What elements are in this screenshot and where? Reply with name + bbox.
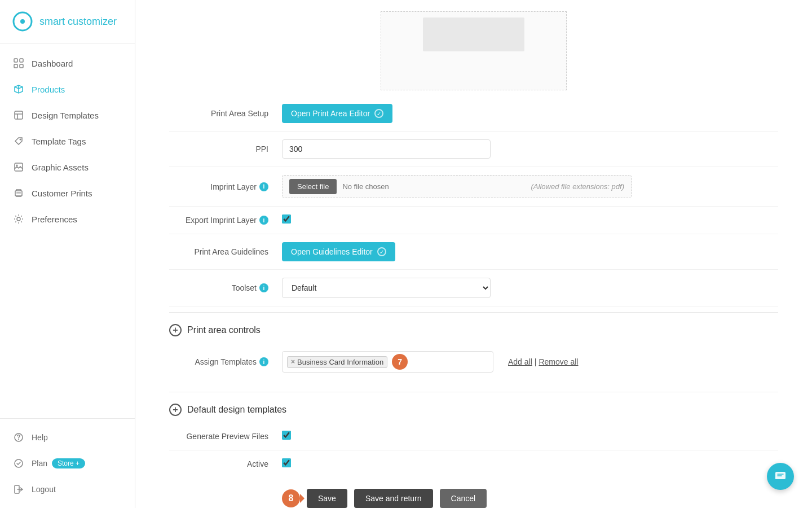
sidebar-item-products[interactable]: Products [0,76,135,102]
sidebar-item-design-templates[interactable]: Design Templates [0,102,135,128]
ppi-label: PPI [169,144,282,154]
generate-preview-label: Generate Preview Files [169,432,282,441]
assign-templates-row: Assign Templates i × Business Card Infor… [169,343,778,380]
cancel-button[interactable]: Cancel [440,489,487,508]
assign-templates-label: Assign Templates i [169,357,282,366]
toolset-field: Default Advanced Basic [282,278,778,298]
graphic-assets-icon [12,161,25,173]
svg-rect-2 [14,59,17,62]
save-button[interactable]: Save [307,489,347,508]
products-icon [12,83,25,95]
sidebar-item-label-help: Help [32,433,48,442]
svg-point-1 [20,19,25,24]
design-templates-icon [12,109,25,121]
generate-preview-checkbox[interactable] [282,431,291,440]
sidebar-logo: smart customizer [0,0,135,43]
imprint-layer-field: Select file No file chosen (Allowed file… [282,175,778,198]
sidebar-item-help[interactable]: Help [0,424,135,450]
generate-preview-row: Generate Preview Files [169,423,778,450]
main-content: Print Area Setup Open Print Area Editor … [135,0,812,508]
sidebar-item-plan[interactable]: Plan Store + [0,450,135,476]
open-guidelines-editor-button[interactable]: Open Guidelines Editor ✓ [282,242,395,261]
sidebar-item-dashboard[interactable]: Dashboard [0,50,135,76]
print-area-setup-label: Print Area Setup [169,109,282,118]
default-design-templates-title: Default design templates [187,405,286,415]
export-imprint-layer-label: Export Imprint Layer i [169,216,282,225]
plan-badge[interactable]: Store + [52,458,85,468]
toolset-label: Toolset i [169,283,282,292]
active-checkbox[interactable] [282,458,291,467]
export-imprint-layer-info-icon[interactable]: i [259,216,268,225]
preview-inner-image [423,17,524,51]
print-area-guidelines-row: Print Area Guidelines Open Guidelines Ed… [169,234,778,270]
tag-input-area[interactable]: × Business Card Information 7 [282,351,493,373]
sidebar-item-label-design-templates: Design Templates [32,111,99,120]
preview-box [381,11,567,90]
chat-icon [774,470,787,483]
ppi-input[interactable] [282,139,491,159]
links-separator: | [535,357,537,366]
export-imprint-layer-checkbox[interactable] [282,214,291,224]
guidelines-checkmark-icon: ✓ [377,247,386,256]
print-area-controls-title: Print area controls [187,325,261,335]
template-tags-icon [12,135,25,147]
assign-templates-info-icon[interactable]: i [259,357,268,366]
open-print-area-editor-button[interactable]: Open Print Area Editor ✓ [282,104,392,123]
tag-business-card: × Business Card Information [287,356,387,368]
print-area-controls-expand-icon[interactable]: + [169,324,182,336]
sidebar-item-label-products: Products [32,85,65,94]
toolset-info-icon[interactable]: i [259,283,268,292]
sidebar-bottom: Help Plan Store + Logout [0,418,135,508]
chat-button[interactable] [767,463,794,490]
sidebar-item-preferences[interactable]: Preferences [0,206,135,232]
sidebar-item-logout[interactable]: Logout [0,476,135,502]
sidebar: smart customizer Dashboard Products Desi… [0,0,135,508]
svg-point-7 [20,139,21,141]
sidebar-item-template-tags[interactable]: Template Tags [0,128,135,154]
svg-rect-6 [15,111,23,119]
sidebar-item-label-customer-prints: Customer Prints [32,189,92,198]
svg-rect-3 [20,59,23,62]
app-logo-icon [11,10,34,33]
add-all-link[interactable]: Add all [508,357,532,366]
tag-search-input[interactable] [410,358,488,366]
plan-icon [12,457,25,470]
no-file-text: No file chosen [342,182,389,191]
sidebar-item-graphic-assets[interactable]: Graphic Assets [0,154,135,180]
select-file-button[interactable]: Select file [289,179,337,194]
imprint-layer-info-icon[interactable]: i [259,182,268,191]
svg-point-12 [17,217,20,221]
sidebar-item-customer-prints[interactable]: Customer Prints [0,180,135,206]
print-area-guidelines-field: Open Guidelines Editor ✓ [282,242,778,261]
default-design-templates-expand-icon[interactable]: + [169,404,182,416]
customer-prints-icon [12,187,25,199]
print-area-setup-field: Open Print Area Editor ✓ [282,104,778,123]
tag-label: Business Card Information [297,358,383,366]
print-area-setup-row: Print Area Setup Open Print Area Editor … [169,96,778,132]
main-nav: Dashboard Products Design Templates Temp… [0,43,135,418]
logout-icon [12,483,25,496]
checkmark-icon: ✓ [374,109,383,118]
svg-rect-11 [16,192,21,194]
allowed-extensions-hint: (Allowed file extensions: pdf) [531,182,624,191]
remove-all-link[interactable]: Remove all [539,357,578,366]
tag-remove-button[interactable]: × [291,358,295,366]
assign-links: Add all | Remove all [508,357,578,366]
sidebar-item-label-plan: Plan [32,459,47,468]
preview-area [169,0,778,96]
export-imprint-layer-row: Export Imprint Layer i [169,207,778,234]
default-design-templates-section: + Default design templates [169,392,778,423]
toolset-select[interactable]: Default Advanced Basic [282,278,491,298]
active-field [282,458,778,470]
assign-templates-field: × Business Card Information 7 Add all | … [282,351,778,373]
sidebar-item-label-preferences: Preferences [32,214,77,224]
tag-count-badge: 7 [392,354,408,370]
ppi-field [282,139,778,159]
toolset-row: Toolset i Default Advanced Basic [169,270,778,306]
ppi-row: PPI [169,132,778,167]
generate-preview-field [282,431,778,442]
help-icon [12,431,25,444]
save-return-button[interactable]: Save and return [354,489,433,508]
file-input-area: Select file No file chosen (Allowed file… [282,175,632,198]
print-area-guidelines-label: Print Area Guidelines [169,247,282,256]
